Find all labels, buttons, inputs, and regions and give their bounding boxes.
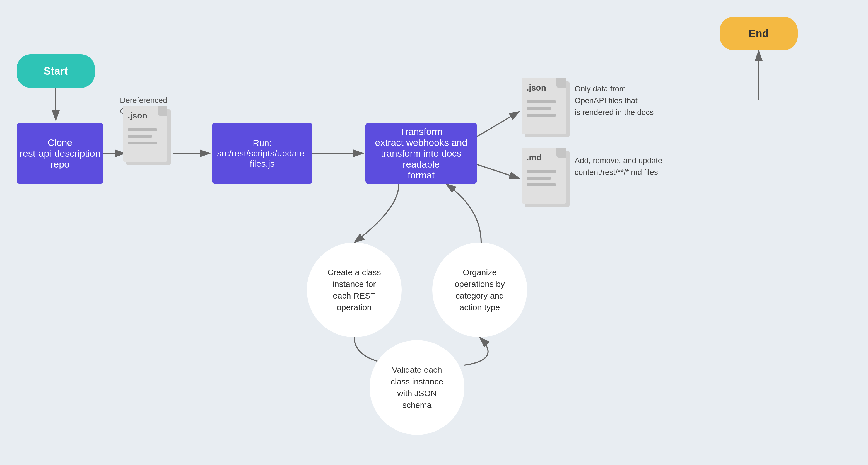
circle-organize: Organize operations by category and acti… bbox=[432, 242, 527, 337]
doc-json-line-2 bbox=[527, 107, 551, 110]
doc-json-out: .json bbox=[522, 78, 570, 138]
clone-label: Clone rest-api-description repo bbox=[20, 137, 100, 170]
doc-deref-label: .json bbox=[128, 111, 167, 121]
circle-create: Create a class instance for each REST op… bbox=[307, 242, 402, 337]
doc-md-line-2 bbox=[527, 177, 551, 179]
doc-md-out: .md bbox=[522, 148, 570, 208]
doc-md-line-1 bbox=[527, 170, 556, 173]
doc-md-front: .md bbox=[522, 148, 566, 203]
doc-line-2 bbox=[128, 135, 152, 138]
circle-validate-label: Validate each class instance with JSON s… bbox=[391, 364, 443, 411]
md-caption: Add, remove, and update content/rest/**/… bbox=[575, 155, 662, 178]
doc-json-label: .json bbox=[527, 83, 566, 93]
svg-line-7 bbox=[477, 164, 519, 178]
start-node: Start bbox=[17, 54, 95, 88]
diagram-container: Start End Clone rest-api-description rep… bbox=[0, 0, 868, 465]
doc-line-3 bbox=[128, 142, 157, 144]
svg-line-6 bbox=[477, 111, 519, 137]
run-node: Run: src/rest/scripts/update-files.js bbox=[212, 123, 312, 184]
doc-front: .json bbox=[123, 106, 167, 162]
doc-json-front: .json bbox=[522, 78, 566, 134]
end-label: End bbox=[749, 28, 769, 40]
end-node: End bbox=[720, 17, 798, 50]
doc-json-lines bbox=[527, 100, 561, 117]
doc-deref: .json bbox=[123, 106, 172, 166]
doc-md-label: .md bbox=[527, 153, 566, 162]
doc-md-lines bbox=[527, 170, 561, 186]
circle-create-label: Create a class instance for each REST op… bbox=[328, 267, 381, 313]
doc-line-1 bbox=[128, 128, 157, 131]
clone-node: Clone rest-api-description repo bbox=[17, 123, 103, 184]
start-label: Start bbox=[44, 65, 68, 77]
doc-deref-lines bbox=[128, 128, 162, 144]
transform-label: Transform extract webhooks and transform… bbox=[365, 126, 477, 181]
circle-organize-label: Organize operations by category and acti… bbox=[455, 267, 505, 313]
circle-validate: Validate each class instance with JSON s… bbox=[370, 340, 464, 435]
json-caption: Only data from OpenAPI files that is ren… bbox=[575, 83, 653, 118]
doc-json-line-3 bbox=[527, 114, 556, 117]
doc-json-line-1 bbox=[527, 100, 556, 103]
doc-md-line-3 bbox=[527, 184, 556, 186]
run-label: Run: src/rest/scripts/update-files.js bbox=[212, 138, 312, 169]
transform-node: Transform extract webhooks and transform… bbox=[365, 123, 477, 184]
